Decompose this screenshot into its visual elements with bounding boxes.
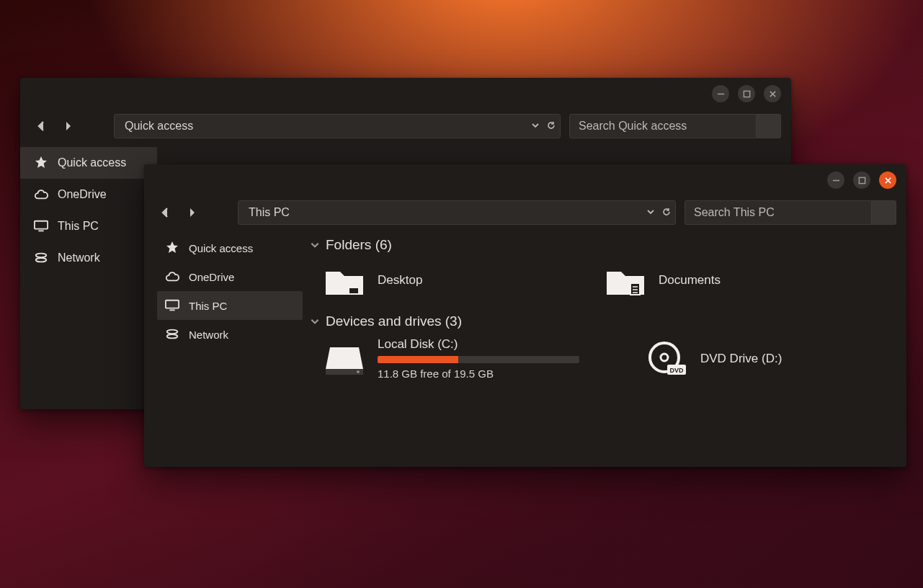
network-icon	[164, 326, 180, 342]
folder-tile-desktop[interactable]: Desktop	[321, 261, 538, 300]
search-placeholder: Search This PC	[694, 206, 775, 219]
sidebar-item-onedrive[interactable]: OneDrive	[157, 262, 303, 291]
sidebar-item-label: Quick access	[58, 156, 126, 169]
chevron-down-icon	[310, 240, 320, 250]
maximize-button[interactable]	[853, 172, 870, 189]
refresh-icon[interactable]	[662, 206, 671, 219]
minimize-button[interactable]	[827, 172, 844, 189]
sidebar-item-label: OneDrive	[189, 271, 234, 283]
drive-tile-local-disk[interactable]: Local Disk (C:) 11.8 GB free of 19.5 GB	[321, 337, 579, 380]
tile-label: DVD Drive (D:)	[700, 352, 782, 366]
sidebar-item-onedrive[interactable]: OneDrive	[20, 179, 157, 210]
folder-documents-icon	[602, 261, 648, 300]
section-header-drives[interactable]: Devices and drives (3)	[310, 310, 899, 333]
address-bar[interactable]: Quick access	[114, 114, 561, 138]
address-history-icon[interactable]	[646, 206, 655, 219]
nav-back-button[interactable]	[157, 204, 174, 221]
sidebar-item-label: Network	[189, 329, 228, 341]
tile-label: Local Disk (C:)	[378, 337, 579, 352]
content-pane: Folders (6) Desktop Documents Devices an…	[303, 229, 906, 467]
star-icon	[33, 155, 49, 171]
monitor-icon	[164, 298, 180, 313]
sidebar-item-quick-access[interactable]: Quick access	[20, 147, 157, 179]
chevron-down-icon	[310, 316, 320, 326]
folder-desktop-icon	[321, 261, 367, 300]
dvd-icon	[644, 339, 690, 378]
section-header-folders[interactable]: Folders (6)	[310, 233, 899, 257]
search-button[interactable]	[872, 200, 896, 225]
search-input[interactable]: Search This PC	[685, 200, 872, 225]
cloud-icon	[164, 269, 180, 285]
section-header-label: Devices and drives (3)	[326, 313, 462, 329]
sidebar-item-this-pc[interactable]: This PC	[20, 210, 157, 242]
cloud-icon	[33, 187, 49, 202]
monitor-icon	[33, 218, 49, 234]
toolbar: Quick access Search Quick access	[20, 110, 791, 143]
sidebar-item-quick-access[interactable]: Quick access	[157, 233, 303, 262]
minimize-button[interactable]	[712, 85, 729, 102]
tile-label: Desktop	[378, 273, 422, 288]
sidebar-item-label: Network	[58, 251, 100, 264]
titlebar	[144, 164, 906, 196]
sidebar-item-this-pc[interactable]: This PC	[157, 291, 303, 320]
network-icon	[33, 250, 49, 266]
nav-back-button[interactable]	[33, 117, 50, 135]
sidebar-item-network[interactable]: Network	[157, 320, 303, 349]
address-text: Quick access	[125, 120, 193, 133]
nav-forward-button[interactable]	[59, 117, 76, 135]
close-button[interactable]	[879, 172, 896, 189]
search-button[interactable]	[757, 114, 781, 138]
refresh-icon[interactable]	[547, 120, 556, 133]
folder-tile-documents[interactable]: Documents	[602, 261, 819, 300]
sidebar-item-network[interactable]: Network	[20, 242, 157, 274]
tile-label: Documents	[659, 273, 721, 288]
star-icon	[164, 240, 180, 256]
explorer-window-this-pc: This PC Search This PC Quick access OneD…	[144, 164, 906, 467]
drive-usage-meter	[378, 356, 579, 363]
search-placeholder: Search Quick access	[579, 120, 687, 133]
sidebar-item-label: Quick access	[189, 242, 253, 254]
sidebar-item-label: This PC	[58, 220, 99, 233]
toolbar: This PC Search This PC	[144, 196, 906, 229]
close-button[interactable]	[764, 85, 781, 102]
address-text: This PC	[249, 206, 290, 219]
drive-free-text: 11.8 GB free of 19.5 GB	[378, 368, 579, 380]
section-header-label: Folders (6)	[326, 237, 392, 253]
sidebar-item-label: This PC	[189, 300, 227, 312]
sidebar: Quick access OneDrive This PC Network	[144, 229, 303, 467]
address-bar[interactable]: This PC	[238, 200, 676, 225]
maximize-button[interactable]	[738, 85, 755, 102]
drive-tile-dvd[interactable]: DVD Drive (D:)	[644, 337, 860, 380]
search-input[interactable]: Search Quick access	[569, 114, 757, 138]
hdd-icon	[321, 339, 367, 378]
nav-forward-button[interactable]	[183, 204, 200, 221]
address-history-icon[interactable]	[531, 120, 540, 133]
drive-usage-fill	[378, 356, 458, 363]
titlebar	[20, 78, 791, 110]
sidebar: Quick access OneDrive This PC Network	[20, 143, 157, 409]
sidebar-item-label: OneDrive	[58, 188, 107, 201]
